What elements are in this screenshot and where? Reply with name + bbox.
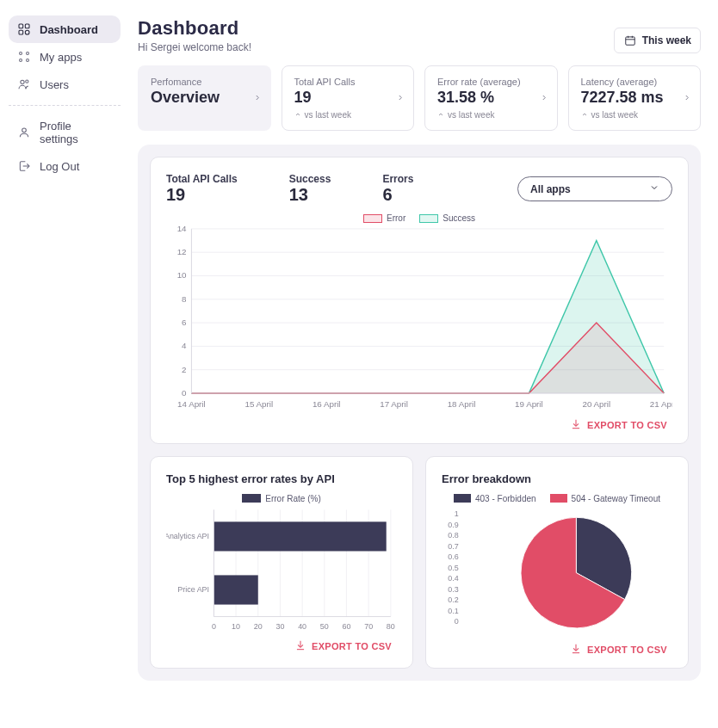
- svg-rect-1: [25, 24, 29, 28]
- sidebar-item-logout[interactable]: Log Out: [9, 152, 121, 180]
- stat-label: Perfomance: [151, 77, 258, 87]
- top-errors-card: Top 5 highest error rates by API Error R…: [150, 456, 413, 669]
- svg-point-10: [22, 128, 27, 133]
- legend-swatch: [242, 494, 261, 503]
- download-icon: [294, 639, 306, 653]
- svg-rect-58: [214, 575, 257, 604]
- stat-card-errorrate[interactable]: Error rate (average) 31.58 % vs last wee…: [424, 65, 558, 131]
- sidebar-item-label: My apps: [40, 51, 82, 64]
- metric-success: Success 13: [289, 173, 331, 205]
- legend-swatch: [550, 494, 567, 503]
- period-selector[interactable]: This week: [614, 28, 701, 53]
- legend-item-403: 403 - Forbidden: [454, 494, 536, 503]
- svg-text:2: 2: [182, 365, 186, 374]
- chevron-right-icon: [253, 92, 262, 105]
- chart-legend: Error Rate (%): [166, 494, 397, 503]
- bar-chart: 01020304050607080Analytics APIPrice API: [166, 505, 397, 632]
- breakdown-card: Error breakdown 403 - Forbidden 504 - Ga…: [425, 456, 689, 669]
- stat-value: 19: [294, 89, 402, 107]
- svg-text:15 April: 15 April: [244, 399, 273, 409]
- svg-text:8: 8: [182, 294, 187, 304]
- svg-text:20 April: 20 April: [582, 399, 610, 409]
- svg-text:18 April: 18 April: [448, 399, 476, 409]
- card-title: Error breakdown: [442, 472, 672, 485]
- export-csv-toperrors[interactable]: EXPORT TO CSV: [289, 639, 397, 654]
- sidebar-item-label: Profile settings: [40, 120, 112, 145]
- export-csv-breakdown[interactable]: EXPORT TO CSV: [565, 642, 672, 657]
- logout-icon: [17, 159, 31, 173]
- stat-compare: vs last week: [581, 110, 689, 120]
- sidebar-item-users[interactable]: Users: [9, 71, 121, 98]
- svg-point-8: [21, 80, 24, 83]
- stat-card-overview[interactable]: Perfomance Overview: [138, 65, 271, 131]
- svg-point-5: [27, 52, 29, 55]
- svg-text:80: 80: [387, 621, 395, 630]
- pie-chart: 00.10.20.30.40.50.60.70.80.91: [442, 505, 672, 636]
- sidebar-item-myapps[interactable]: My apps: [9, 43, 121, 71]
- svg-point-3: [25, 30, 29, 34]
- metric-totalcalls: Total API Calls 19: [166, 173, 238, 205]
- svg-text:0.6: 0.6: [448, 552, 458, 561]
- page-subtitle: Hi Sergei welcome back!: [138, 41, 251, 53]
- svg-text:19 April: 19 April: [515, 399, 543, 409]
- chart-legend: Error Success: [166, 213, 672, 223]
- stat-value: 31.58 %: [437, 89, 545, 107]
- sidebar-separator: [9, 105, 121, 106]
- download-icon: [570, 418, 582, 432]
- legend-item-success: Success: [419, 213, 475, 223]
- apps-icon: [17, 50, 31, 64]
- svg-text:60: 60: [343, 621, 351, 630]
- svg-text:0.9: 0.9: [448, 520, 458, 528]
- sidebar-item-label: Dashboard: [40, 23, 98, 36]
- chevron-down-icon: [649, 182, 659, 195]
- user-icon: [17, 126, 31, 139]
- app-selector[interactable]: All apps: [517, 176, 672, 201]
- line-chart: 0246810121414 April15 April16 April17 Ap…: [166, 225, 672, 410]
- stat-cards: Perfomance Overview Total API Calls 19 v…: [138, 65, 701, 131]
- metric-errors: Errors 6: [382, 173, 413, 205]
- legend-item-504: 504 - Gateway Timeout: [550, 494, 660, 503]
- svg-text:50: 50: [320, 621, 329, 630]
- legend-item-errorrate: Error Rate (%): [242, 494, 320, 503]
- chevron-right-icon: [683, 92, 691, 105]
- chevron-right-icon: [396, 92, 405, 105]
- period-label: This week: [642, 34, 691, 46]
- svg-text:4: 4: [182, 341, 187, 350]
- svg-point-9: [26, 80, 28, 83]
- header: Dashboard Hi Sergei welcome back! This w…: [138, 17, 701, 53]
- svg-text:0: 0: [212, 621, 216, 630]
- svg-text:0.7: 0.7: [448, 542, 458, 551]
- svg-text:0.3: 0.3: [448, 585, 458, 594]
- stat-card-apicalls[interactable]: Total API Calls 19 vs last week: [282, 65, 415, 131]
- legend-item-error: Error: [363, 213, 405, 223]
- stat-value: 7227.58 ms: [581, 89, 689, 107]
- svg-rect-56: [214, 521, 386, 551]
- sidebar-item-profile[interactable]: Profile settings: [9, 113, 121, 152]
- legend-swatch: [419, 214, 438, 223]
- overview-card: Total API Calls 19 Success 13 Errors 6 A…: [150, 157, 689, 444]
- svg-text:0.1: 0.1: [448, 607, 458, 615]
- svg-text:Analytics API: Analytics API: [166, 532, 209, 540]
- svg-text:70: 70: [364, 621, 373, 630]
- svg-text:14 April: 14 April: [177, 399, 206, 409]
- export-csv-main[interactable]: EXPORT TO CSV: [565, 417, 672, 433]
- svg-text:16 April: 16 April: [313, 399, 341, 409]
- users-icon: [17, 77, 31, 91]
- svg-text:10: 10: [177, 270, 187, 280]
- stat-label: Total API Calls: [294, 77, 402, 87]
- stat-value: Overview: [151, 89, 258, 107]
- svg-rect-2: [19, 30, 23, 34]
- svg-text:1: 1: [455, 509, 459, 518]
- svg-text:14: 14: [177, 225, 187, 233]
- legend-swatch: [363, 214, 382, 223]
- grid-icon: [17, 22, 31, 36]
- svg-text:40: 40: [298, 621, 306, 630]
- stat-compare: vs last week: [294, 110, 402, 120]
- stat-card-latency[interactable]: Latency (average) 7227.58 ms vs last wee…: [568, 65, 702, 131]
- card-title: Top 5 highest error rates by API: [166, 472, 397, 485]
- stat-label: Latency (average): [581, 77, 689, 87]
- sidebar-item-dashboard[interactable]: Dashboard: [9, 15, 121, 43]
- chart-legend: 403 - Forbidden 504 - Gateway Timeout: [442, 494, 672, 503]
- svg-text:0.5: 0.5: [448, 564, 458, 572]
- svg-point-7: [27, 59, 29, 62]
